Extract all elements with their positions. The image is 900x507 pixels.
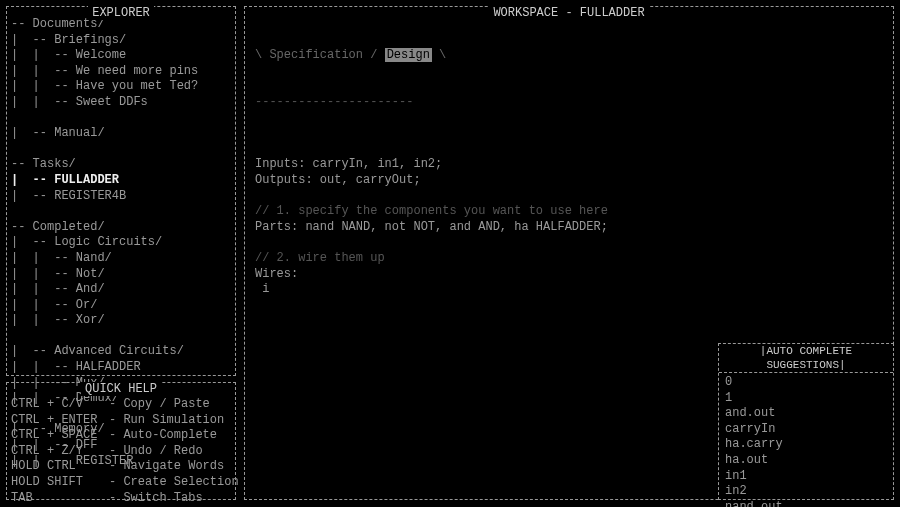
tree-item[interactable]: -- Completed/ xyxy=(11,220,231,236)
help-key: CTRL + SPACE xyxy=(11,428,109,444)
autocomplete-item[interactable]: nand.out xyxy=(719,500,893,507)
tree-item[interactable]: -- Tasks/ xyxy=(11,157,231,173)
tab-ruler: ---------------------- xyxy=(255,95,889,111)
tree-spacer xyxy=(11,329,231,345)
autocomplete-item[interactable]: 1 xyxy=(719,391,893,407)
editor-line[interactable]: Inputs: carryIn, in1, in2; xyxy=(255,157,889,173)
tree-item[interactable]: | -- Advanced Circuits/ xyxy=(11,344,231,360)
autocomplete-title: |AUTO COMPLETE SUGGESTIONS| xyxy=(719,344,893,373)
help-row: TAB- Switch Tabs xyxy=(11,491,231,507)
help-key: TAB xyxy=(11,491,109,507)
quickhelp-panel: QUICK HELP CTRL + C/V- Copy / PasteCTRL … xyxy=(6,382,236,500)
tab-specification[interactable]: Specification xyxy=(269,48,363,62)
autocomplete-item[interactable]: ha.out xyxy=(719,453,893,469)
tree-item[interactable]: | | -- We need more pins xyxy=(11,64,231,80)
tab-design[interactable]: Design xyxy=(385,48,432,62)
editor-line[interactable] xyxy=(255,189,889,205)
help-row: CTRL + ENTER- Run Simulation xyxy=(11,413,231,429)
help-key: HOLD SHIFT xyxy=(11,475,109,491)
autocomplete-panel: |AUTO COMPLETE SUGGESTIONS| 01and.outcar… xyxy=(718,343,894,500)
help-key: CTRL + Z/Y xyxy=(11,444,109,460)
autocomplete-item[interactable]: ha.carry xyxy=(719,437,893,453)
help-desc: - Navigate Words xyxy=(109,459,224,473)
help-key: CTRL + ENTER xyxy=(11,413,109,429)
editor-line[interactable]: // 2. wire them up xyxy=(255,251,889,267)
help-desc: - Run Simulation xyxy=(109,413,224,427)
help-row: HOLD CTRL- Navigate Words xyxy=(11,459,231,475)
tree-spacer xyxy=(11,111,231,127)
help-key: HOLD CTRL xyxy=(11,459,109,475)
help-row: CTRL + SPACE- Auto-Complete xyxy=(11,428,231,444)
editor-line[interactable]: i xyxy=(255,282,889,298)
help-desc: - Undo / Redo xyxy=(109,444,203,458)
tree-item[interactable]: | | -- HALFADDER xyxy=(11,360,231,376)
help-desc: - Switch Tabs xyxy=(109,491,203,505)
explorer-panel: EXPLORER -- Documents/| -- Briefings/| |… xyxy=(6,6,236,376)
editor-line[interactable]: Outputs: out, carryOut; xyxy=(255,173,889,189)
help-row: CTRL + C/V- Copy / Paste xyxy=(11,397,231,413)
tree-item[interactable]: | -- Manual/ xyxy=(11,126,231,142)
help-row: HOLD SHIFT- Create Selection xyxy=(11,475,231,491)
autocomplete-list[interactable]: 01and.outcarryInha.carryha.outin1in2nand… xyxy=(719,373,893,507)
tree-item[interactable]: | | -- Nand/ xyxy=(11,251,231,267)
autocomplete-item[interactable]: in2 xyxy=(719,484,893,500)
tree-item[interactable]: | -- FULLADDER xyxy=(11,173,231,189)
tree-item[interactable]: | | -- Or/ xyxy=(11,298,231,314)
help-key: CTRL + C/V xyxy=(11,397,109,413)
editor-line[interactable]: Parts: nand NAND, not NOT, and AND, ha H… xyxy=(255,220,889,236)
explorer-title: EXPLORER xyxy=(7,6,235,22)
tree-spacer xyxy=(11,204,231,220)
editor-line[interactable] xyxy=(255,235,889,251)
workspace-body[interactable]: \ Specification / Design \ -------------… xyxy=(245,7,893,331)
editor-line[interactable] xyxy=(255,142,889,158)
tree-item[interactable]: | | -- Welcome xyxy=(11,48,231,64)
tree-item[interactable]: | | -- Not/ xyxy=(11,267,231,283)
autocomplete-item[interactable]: in1 xyxy=(719,469,893,485)
help-desc: - Copy / Paste xyxy=(109,397,210,411)
help-desc: - Auto-Complete xyxy=(109,428,217,442)
help-desc: - Create Selection xyxy=(109,475,239,489)
tree-spacer xyxy=(11,142,231,158)
quickhelp-title: QUICK HELP xyxy=(7,382,235,398)
tree-item[interactable]: | | -- Have you met Ted? xyxy=(11,79,231,95)
tree-item[interactable]: | | -- And/ xyxy=(11,282,231,298)
tree-item[interactable]: | -- Briefings/ xyxy=(11,33,231,49)
autocomplete-item[interactable]: carryIn xyxy=(719,422,893,438)
tree-item[interactable]: | -- REGISTER4B xyxy=(11,189,231,205)
tree-item[interactable]: | | -- Xor/ xyxy=(11,313,231,329)
workspace-tabs[interactable]: \ Specification / Design \ xyxy=(255,48,889,64)
help-row: CTRL + Z/Y- Undo / Redo xyxy=(11,444,231,460)
tree-item[interactable]: | -- Logic Circuits/ xyxy=(11,235,231,251)
workspace-title: WORKSPACE - FULLADDER xyxy=(245,6,893,22)
autocomplete-item[interactable]: 0 xyxy=(719,375,893,391)
editor-line[interactable]: Wires: xyxy=(255,267,889,283)
quickhelp-body: CTRL + C/V- Copy / PasteCTRL + ENTER- Ru… xyxy=(7,383,235,507)
editor-line[interactable]: // 1. specify the components you want to… xyxy=(255,204,889,220)
autocomplete-item[interactable]: and.out xyxy=(719,406,893,422)
editor-area[interactable]: Inputs: carryIn, in1, in2;Outputs: out, … xyxy=(255,142,889,298)
tree-item[interactable]: | | -- Sweet DDFs xyxy=(11,95,231,111)
